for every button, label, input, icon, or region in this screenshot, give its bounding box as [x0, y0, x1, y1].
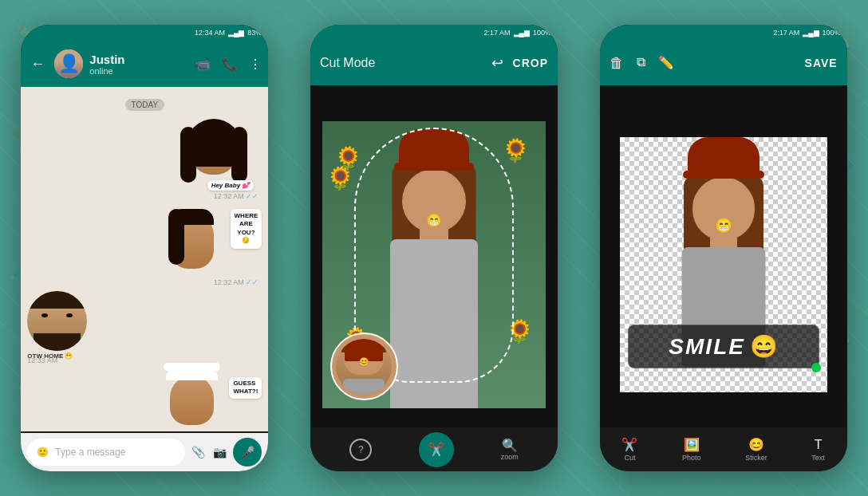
cut-tool-button[interactable]: ✂️	[419, 432, 454, 467]
video-call-icon[interactable]: 📹	[195, 57, 211, 72]
cut-header-actions: ↩ CROP	[491, 54, 548, 72]
status-bar-2: 2:17 AM ▂▄▆ 100%	[310, 25, 558, 41]
undo-button[interactable]: ↩	[491, 54, 503, 72]
smile-text-sticker[interactable]: SMILE 😄	[628, 325, 819, 368]
zoom-icon: 🔍	[502, 438, 518, 453]
cut-mode-header: Cut Mode ↩ CROP	[310, 41, 558, 85]
read-ticks-1: ✓✓	[246, 192, 258, 200]
signal-3: ▂▄▆	[803, 29, 819, 37]
editor-toolbar: ✂️ Cut 🖼️ Photo 😊 Sticker T Text	[600, 427, 847, 471]
zoom-magnifier: 😊	[330, 333, 398, 400]
phone-3-screen: 2:17 AM ▂▄▆ 100% 🗑 ⧉ ✏️ SAVE	[600, 25, 847, 471]
message-1: Hey Baby 💕 12:32 AM ✓✓	[166, 119, 262, 200]
photo-icon: 🖼️	[684, 437, 700, 452]
sticker-1: Hey Baby 💕	[166, 119, 262, 191]
back-button[interactable]: ←	[27, 53, 48, 76]
photo-to-cut: 🌻 🌻 🌻 🌻 🌻 😁	[322, 121, 546, 408]
signal-2: ▂▄▆	[514, 29, 530, 37]
date-label: TODAY	[125, 99, 165, 111]
zoom-tool[interactable]: 🔍 zoom	[501, 438, 519, 461]
contact-info: Justin online	[89, 53, 188, 76]
trash-icon[interactable]: 🗑	[610, 55, 624, 72]
cut-scissors-icon: ✂️	[621, 437, 637, 452]
editor-header: 🗑 ⧉ ✏️ SAVE	[600, 41, 847, 85]
cut-tool-label: Cut	[624, 454, 635, 462]
sticker-2: WHEREAREYOU?😏	[170, 205, 262, 277]
more-options-icon[interactable]: ⋮	[249, 57, 262, 72]
sunflower-5: 🌻	[506, 318, 534, 344]
sticker-emoji-icon: 😊	[748, 437, 764, 452]
crop-button[interactable]: CROP	[513, 57, 548, 69]
smile-emoji: 😄	[750, 333, 778, 360]
time-1: 12:34 AM	[195, 29, 225, 37]
input-placeholder: Type a message	[55, 447, 176, 458]
signal-1: ▂▄▆	[228, 29, 244, 37]
battery-2: 100%	[533, 29, 551, 37]
contact-name: Justin	[89, 53, 188, 66]
sticker-3: OTW HOME 😁	[27, 291, 103, 355]
photo-tool[interactable]: 🖼️ Photo	[682, 437, 701, 462]
date-divider: TODAY	[27, 96, 262, 111]
text-tool-label: Text	[811, 454, 825, 462]
status-bar-1: 12:34 AM ▂▄▆ 83%	[21, 25, 268, 41]
zoom-label: zoom	[501, 453, 519, 461]
message-4: GUESSWHAT?! 12:34 AM ✓✓	[170, 369, 262, 431]
save-button[interactable]: SAVE	[805, 57, 838, 69]
photo-tool-label: Photo	[682, 454, 701, 462]
read-ticks-2: ✓✓	[246, 278, 258, 286]
editor-canvas: 😁 SMILE 😄	[600, 85, 847, 444]
message-1-time: 12:32 AM ✓✓	[214, 192, 262, 200]
cut-toolbar: ? ✂️ 🔍 zoom	[310, 427, 558, 471]
sunflower-3: 🌻	[326, 165, 354, 191]
help-button[interactable]: ?	[349, 439, 372, 461]
resize-handle[interactable]	[811, 363, 821, 372]
chat-messages: TODAY Hey Baby 💕	[21, 87, 268, 431]
avatar-image: 👤	[54, 49, 83, 78]
phone-1-screen: 12:34 AM ▂▄▆ 83% ← 👤 Justin online 📹 📞 ⋮…	[21, 25, 268, 471]
voice-call-icon[interactable]: 📞	[222, 57, 238, 72]
mic-button[interactable]: 🎤	[233, 438, 262, 466]
sunflower-2: 🌻	[502, 137, 530, 163]
text-icon: T	[815, 438, 823, 452]
chat-header-icons: 📹 📞 ⋮	[195, 57, 262, 72]
help-icon: ?	[358, 444, 364, 455]
message-2-time: 12:32 AM ✓✓	[214, 278, 262, 286]
smile-word: SMILE	[669, 334, 745, 360]
battery-1: 83%	[247, 29, 262, 37]
edit-pencil-icon[interactable]: ✏️	[658, 55, 674, 72]
camera-icon[interactable]: 📷	[213, 446, 227, 459]
contact-avatar: 👤	[54, 49, 83, 78]
sticker-tool[interactable]: 😊 Sticker	[745, 437, 767, 462]
sticker-preview-area: 😁 SMILE 😄	[620, 137, 827, 392]
time-3: 2:17 AM	[773, 29, 799, 37]
text-tool[interactable]: T Text	[811, 438, 825, 462]
battery-3: 100%	[823, 29, 841, 37]
sticker-4: GUESSWHAT?!	[170, 369, 262, 431]
time-2: 2:17 AM	[484, 29, 511, 37]
emoji-icon[interactable]: 🙂	[37, 447, 49, 458]
message-2: WHEREAREYOU?😏 12:32 AM ✓✓	[170, 205, 262, 286]
phone-1-whatsapp: 12:34 AM ▂▄▆ 83% ← 👤 Justin online 📹 📞 ⋮…	[21, 25, 268, 471]
cut-tool[interactable]: ✂️ Cut	[621, 437, 637, 462]
sticker-tool-label: Sticker	[745, 454, 767, 462]
contact-status: online	[89, 66, 188, 76]
editor-header-left-actions: 🗑 ⧉ ✏️	[610, 55, 674, 72]
copy-icon[interactable]: ⧉	[637, 55, 645, 72]
phone-3-editor: 2:17 AM ▂▄▆ 100% 🗑 ⧉ ✏️ SAVE	[600, 25, 847, 471]
chat-attachment-icons: 📎 📷	[191, 446, 227, 459]
cut-image-area: 🌻 🌻 🌻 🌻 🌻 😁	[310, 85, 558, 444]
chat-header: ← 👤 Justin online 📹 📞 ⋮	[21, 41, 268, 87]
phone-2-screen: 2:17 AM ▂▄▆ 100% Cut Mode ↩ CROP 🌻 🌻 �	[310, 25, 558, 471]
cut-mode-title: Cut Mode	[320, 56, 375, 70]
phone-2-cutmode: 2:17 AM ▂▄▆ 100% Cut Mode ↩ CROP 🌻 🌻 �	[310, 25, 558, 471]
chat-input-bar: 🙂 Type a message 📎 📷 🎤	[21, 433, 268, 471]
photo-person: 🌻 🌻 🌻 🌻 🌻 😁	[322, 121, 546, 408]
status-bar-3: 2:17 AM ▂▄▆ 100%	[600, 25, 847, 41]
message-input-field[interactable]: 🙂 Type a message	[27, 439, 185, 466]
message-3: OTW HOME 😁 12:33 AM	[27, 291, 103, 364]
attachment-icon[interactable]: 📎	[191, 446, 205, 459]
